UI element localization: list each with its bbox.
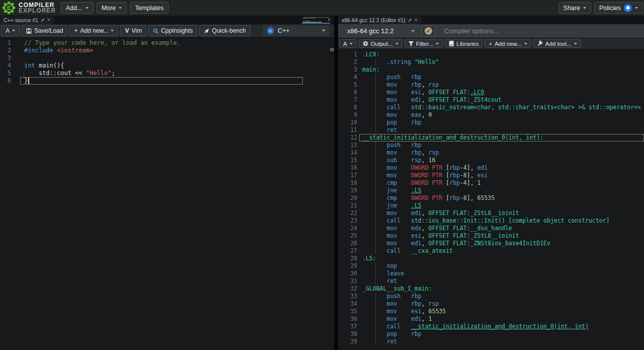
asm-line[interactable]: 32_GLOBAL__sub_I_main: (338, 285, 644, 293)
token: , (422, 81, 429, 88)
code-text: mov rbp, rsp (362, 300, 644, 308)
asm-line[interactable]: 28.L5: (338, 255, 644, 262)
asm-line[interactable]: 23 call std::ios_base::Init::Init() [com… (338, 217, 644, 225)
asm-line[interactable]: 11 ret (338, 126, 644, 134)
asm-line[interactable]: 30 leave (338, 270, 644, 277)
asm-line[interactable]: 25 mov esi, OFFSET FLAT:_ZStL8__ioinit (338, 232, 644, 240)
compiler-options-input[interactable] (438, 27, 644, 35)
asm-line[interactable]: 36 mov edi, 1 (338, 315, 644, 323)
asm-line[interactable]: 10 pop rbp (338, 119, 644, 126)
asm-line[interactable]: 31 ret (338, 277, 644, 285)
source-line[interactable]: 2#include <iostream> (0, 47, 334, 54)
quick-bench-button[interactable]: Quick-bench (199, 25, 250, 36)
asm-line[interactable]: 21 jne .L5 (338, 202, 644, 209)
token: rbp (449, 164, 460, 171)
source-line[interactable]: 4int main(){ (0, 62, 334, 69)
assembly-output-editor[interactable]: 1.LC0:2 .string "Hello"3main:4 push rbp5… (338, 49, 644, 350)
code-text: } (24, 77, 334, 85)
token: rbp (411, 330, 422, 337)
vim-toggle-button[interactable]: V Vim (120, 25, 146, 36)
rename-pencil-icon[interactable] (41, 18, 45, 22)
asm-line[interactable]: 15 sub rsp, 16 (338, 157, 644, 164)
font-size-button[interactable]: A (339, 39, 357, 48)
source-line[interactable]: 5 std::cout << "Hello"; (0, 69, 334, 77)
compiler-explorer-logo[interactable]: COMPILER EXPLORER (0, 1, 61, 15)
asm-line[interactable]: 6 mov esi, OFFSET FLAT:.LC0 (338, 89, 644, 96)
rename-pencil-icon[interactable] (408, 18, 412, 22)
indent-guide (375, 172, 376, 179)
asm-line[interactable]: 18 cmp DWORD PTR [rbp-4], 1 (338, 179, 644, 187)
output-menu-button[interactable]: Output... (359, 39, 403, 48)
tab-compiler-output[interactable]: x86-64 gcc 12.2 (Editor #1) × (338, 16, 421, 24)
line-number: 12 (338, 134, 357, 142)
token: 16 (429, 157, 436, 164)
asm-line[interactable]: 12__static_initialization_and_destructio… (338, 134, 644, 142)
font-size-button[interactable]: A (1, 25, 20, 36)
asm-line[interactable]: 27 call __cxa_atexit (338, 247, 644, 255)
asm-line[interactable]: 9 mov eax, 0 (338, 111, 644, 119)
libraries-button[interactable]: Libraries (445, 39, 482, 48)
asm-line[interactable]: 38 pop rbp (338, 330, 644, 338)
asm-line[interactable]: 13 push rbp (338, 142, 644, 149)
compiler-select[interactable]: x86-64 gcc 12.2 (338, 27, 419, 35)
share-menu-button[interactable]: Share (558, 2, 591, 14)
asm-line[interactable]: 14 mov rbp, rsp (338, 149, 644, 157)
source-line[interactable]: 1// Type your code here, or load an exam… (0, 39, 334, 47)
asm-line[interactable]: 5 mov rbp, rsp (338, 81, 644, 89)
add-menu-button[interactable]: Add... (61, 2, 94, 14)
token: esi (477, 172, 488, 179)
editor-overview-ruler[interactable] (330, 16, 334, 350)
asm-line[interactable]: 8 call std::basic_ostream<char, std::cha… (338, 104, 644, 111)
asm-label-link[interactable]: .LC0 (470, 89, 485, 96)
token: [ (442, 164, 449, 171)
asm-line[interactable]: 3main: (338, 66, 644, 74)
asm-line[interactable]: 1.LC0: (338, 51, 644, 58)
asm-line[interactable]: 20 cmp DWORD PTR [rbp-8], 65535 (338, 194, 644, 202)
add-new-button[interactable]: + Add new... (485, 39, 531, 48)
asm-line[interactable]: 4 push rbp (338, 74, 644, 81)
asm-line[interactable]: 26 mov edi, OFFSET FLAT:_ZNSt8ios_base4I… (338, 240, 644, 247)
asm-line[interactable]: 35 mov esi, 65535 (338, 308, 644, 315)
templates-button[interactable]: Templates (130, 2, 169, 14)
asm-line[interactable]: 39 ret (338, 338, 644, 345)
asm-label-link[interactable]: .L5 (411, 187, 422, 194)
code-text: mov edi, OFFSET FLAT:_ZSt4cout (362, 96, 644, 104)
asm-line[interactable]: 7 mov edi, OFFSET FLAT:_ZSt4cout (338, 96, 644, 104)
compile-status-button[interactable]: ✓ (422, 26, 435, 37)
asm-line[interactable]: 22 mov edi, OFFSET FLAT:_ZStL8__ioinit (338, 209, 644, 217)
pane-splitter[interactable] (334, 16, 338, 350)
save-load-button[interactable]: Save/Load (22, 25, 67, 36)
add-tool-button[interactable]: Add tool... (533, 39, 581, 48)
asm-line[interactable]: 19 jne .L5 (338, 187, 644, 194)
asm-line[interactable]: 37 call __static_initialization_and_dest… (338, 323, 644, 330)
source-line[interactable]: 6} (0, 77, 334, 85)
asm-line[interactable]: 24 mov edx, OFFSET FLAT:__dso_handle (338, 225, 644, 232)
source-code-editor[interactable]: 1// Type your code here, or load an exam… (0, 38, 334, 350)
add-new-button[interactable]: + Add new... (69, 25, 118, 36)
tab-close-icon[interactable]: × (47, 18, 50, 23)
source-line[interactable]: 3 (0, 54, 334, 62)
editor-minimap[interactable] (302, 16, 330, 350)
asm-line[interactable]: 16 mov DWORD PTR [rbp-4], edi (338, 164, 644, 172)
tab-source-editor[interactable]: C++ source #1 × (0, 16, 54, 24)
tab-close-icon[interactable]: × (415, 18, 418, 23)
policies-menu-button[interactable]: Policies (594, 2, 643, 14)
asm-line[interactable]: 17 mov DWORD PTR [rbp-8], esi (338, 172, 644, 179)
line-number: 7 (338, 96, 357, 104)
text-cursor (28, 78, 29, 84)
chevron-down-icon (119, 7, 122, 9)
token (397, 240, 411, 247)
asm-line[interactable]: 2 .string "Hello" (338, 58, 644, 66)
asm-label-link[interactable]: __static_initialization_and_destruction_… (411, 323, 589, 330)
cppinsights-button[interactable]: CppInsights (148, 25, 197, 36)
asm-line[interactable]: 34 mov rbp, rsp (338, 300, 644, 308)
token: std::basic_ostream<char, std::char_trait… (411, 104, 644, 111)
asm-line[interactable]: 33 push rbp (338, 293, 644, 300)
more-menu-button[interactable]: More (97, 2, 127, 14)
indent-guide (375, 338, 376, 345)
filter-menu-button[interactable]: Filter... (405, 39, 443, 48)
token: 0 (429, 111, 432, 118)
asm-label-link[interactable]: .L5 (411, 202, 422, 209)
token: rbp (411, 74, 422, 81)
asm-line[interactable]: 29 nop (338, 262, 644, 270)
